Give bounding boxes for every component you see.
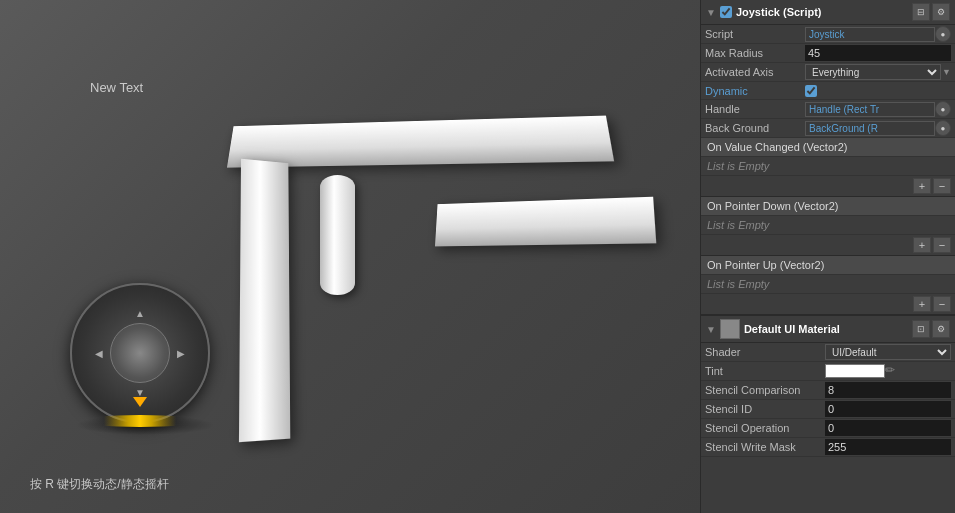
material-icons-group: ⊡ ⚙ bbox=[912, 320, 950, 338]
material-select-btn[interactable]: ⊡ bbox=[912, 320, 930, 338]
shader-label: Shader bbox=[705, 346, 825, 358]
on-pointer-down-header: On Pointer Down (Vector2) bbox=[701, 197, 955, 216]
activated-axis-row: Activated Axis Everything ▼ bbox=[701, 63, 955, 82]
material-settings-btn[interactable]: ⚙ bbox=[932, 320, 950, 338]
tint-eyedropper-icon[interactable]: ✏ bbox=[885, 363, 901, 379]
material-expand-icon: ▼ bbox=[706, 324, 716, 335]
max-radius-row: Max Radius bbox=[701, 44, 955, 63]
on-pointer-down-empty: List is Empty bbox=[701, 216, 955, 234]
background-value[interactable]: BackGround (R bbox=[805, 121, 935, 136]
on-value-changed-minus-btn[interactable]: − bbox=[933, 178, 951, 194]
3d-vertical-plank bbox=[239, 159, 290, 442]
script-label: Script bbox=[705, 28, 805, 40]
handle-value[interactable]: Handle (Rect Tr bbox=[805, 102, 935, 117]
tint-row: Tint ✏ bbox=[701, 362, 955, 381]
inspector-header: ▼ Joystick (Script) ⊟ ⚙ bbox=[701, 0, 955, 25]
3d-right-plank bbox=[435, 197, 656, 247]
background-label: Back Ground bbox=[705, 122, 805, 134]
stencil-op-label: Stencil Operation bbox=[705, 422, 825, 434]
on-pointer-up-header: On Pointer Up (Vector2) bbox=[701, 256, 955, 275]
scene-view[interactable]: New Text ◀ ▶ ▲ ▼ 按 R 键切换动态/静态摇杆 bbox=[0, 0, 700, 513]
script-row: Script Joystick ● bbox=[701, 25, 955, 44]
material-preview-swatch bbox=[720, 319, 740, 339]
joystick-ring bbox=[80, 415, 200, 427]
inspector-body: Script Joystick ● Max Radius Activated A… bbox=[701, 25, 955, 513]
component-enabled-checkbox[interactable] bbox=[720, 6, 732, 18]
max-radius-input[interactable] bbox=[805, 45, 951, 61]
on-pointer-up-empty: List is Empty bbox=[701, 275, 955, 293]
shader-select[interactable]: UI/Default bbox=[825, 344, 951, 360]
joystick-inner bbox=[110, 323, 170, 383]
on-value-changed-header: On Value Changed (Vector2) bbox=[701, 138, 955, 157]
3d-horizontal-plank bbox=[227, 116, 614, 168]
stencil-id-row: Stencil ID bbox=[701, 400, 955, 419]
activated-axis-label: Activated Axis bbox=[705, 66, 805, 78]
on-value-changed-footer: + − bbox=[701, 175, 955, 196]
script-value[interactable]: Joystick bbox=[805, 27, 935, 42]
on-pointer-up-minus-btn[interactable]: − bbox=[933, 296, 951, 312]
background-row: Back Ground BackGround (R ● bbox=[701, 119, 955, 138]
on-pointer-up-section: On Pointer Up (Vector2) List is Empty + … bbox=[701, 256, 955, 315]
component-settings-btn[interactable]: ⚙ bbox=[932, 3, 950, 21]
arrow-up-icon: ▲ bbox=[135, 308, 145, 319]
tint-label: Tint bbox=[705, 365, 825, 377]
component-menu-btn[interactable]: ⊟ bbox=[912, 3, 930, 21]
inspector-header-icon: ▼ bbox=[706, 7, 716, 18]
stencil-op-input[interactable] bbox=[825, 420, 951, 436]
joystick-widget[interactable]: ◀ ▶ ▲ ▼ bbox=[70, 283, 210, 423]
material-section: ▼ Default UI Material ⊡ ⚙ Shader UI/Defa… bbox=[701, 315, 955, 457]
arrow-left-icon: ◀ bbox=[95, 348, 103, 359]
activated-axis-select[interactable]: Everything bbox=[805, 64, 941, 80]
max-radius-label: Max Radius bbox=[705, 47, 805, 59]
stencil-op-row: Stencil Operation bbox=[701, 419, 955, 438]
joystick-triangle-indicator bbox=[133, 397, 147, 407]
inspector-panel: ▼ Joystick (Script) ⊟ ⚙ Script Joystick … bbox=[700, 0, 955, 513]
3d-cylinder bbox=[320, 175, 355, 295]
header-icons-group: ⊟ ⚙ bbox=[912, 3, 950, 21]
shader-row: Shader UI/Default bbox=[701, 343, 955, 362]
component-title: Joystick (Script) bbox=[736, 6, 908, 18]
on-pointer-down-section: On Pointer Down (Vector2) List is Empty … bbox=[701, 197, 955, 256]
dynamic-label: Dynamic bbox=[705, 85, 805, 97]
stencil-id-input[interactable] bbox=[825, 401, 951, 417]
stencil-write-label: Stencil Write Mask bbox=[705, 441, 825, 453]
on-pointer-down-plus-btn[interactable]: + bbox=[913, 237, 931, 253]
dynamic-row: Dynamic bbox=[701, 82, 955, 100]
on-pointer-up-plus-btn[interactable]: + bbox=[913, 296, 931, 312]
arrow-right-icon: ▶ bbox=[177, 348, 185, 359]
stencil-write-row: Stencil Write Mask bbox=[701, 438, 955, 457]
bottom-hint-text: 按 R 键切换动态/静态摇杆 bbox=[30, 476, 169, 493]
handle-picker-btn[interactable]: ● bbox=[935, 101, 951, 117]
stencil-id-label: Stencil ID bbox=[705, 403, 825, 415]
stencil-comp-row: Stencil Comparison bbox=[701, 381, 955, 400]
on-value-changed-plus-btn[interactable]: + bbox=[913, 178, 931, 194]
script-picker-btn[interactable]: ● bbox=[935, 26, 951, 42]
tint-color-swatch[interactable] bbox=[825, 364, 885, 378]
stencil-comp-label: Stencil Comparison bbox=[705, 384, 825, 396]
on-pointer-down-minus-btn[interactable]: − bbox=[933, 237, 951, 253]
material-header: ▼ Default UI Material ⊡ ⚙ bbox=[701, 316, 955, 343]
handle-row: Handle Handle (Rect Tr ● bbox=[701, 100, 955, 119]
handle-label: Handle bbox=[705, 103, 805, 115]
on-pointer-down-footer: + − bbox=[701, 234, 955, 255]
dynamic-checkbox[interactable] bbox=[805, 85, 817, 97]
background-picker-btn[interactable]: ● bbox=[935, 120, 951, 136]
on-value-changed-empty: List is Empty bbox=[701, 157, 955, 175]
stencil-comp-input[interactable] bbox=[825, 382, 951, 398]
on-value-changed-section: On Value Changed (Vector2) List is Empty… bbox=[701, 138, 955, 197]
material-title: Default UI Material bbox=[744, 323, 908, 335]
on-pointer-up-footer: + − bbox=[701, 293, 955, 314]
stencil-write-input[interactable] bbox=[825, 439, 951, 455]
new-text-label: New Text bbox=[90, 80, 143, 95]
